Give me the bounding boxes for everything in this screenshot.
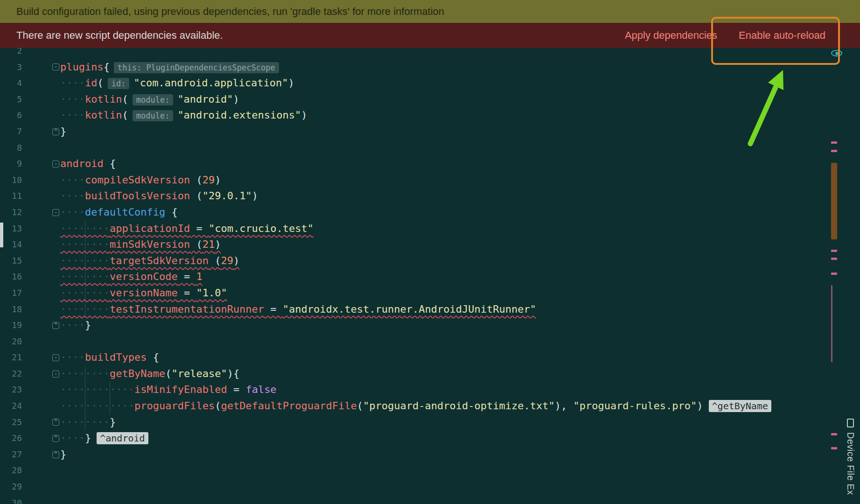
code-line[interactable]: 10····compileSdkVersion (29) (0, 172, 860, 189)
line-number[interactable]: 7 (0, 124, 22, 140)
enable-auto-reload-link[interactable]: Enable auto-reload (739, 29, 825, 42)
line-number[interactable]: 4 (0, 75, 22, 91)
code-text[interactable]: ········} (60, 414, 860, 431)
line-number[interactable]: 30 (0, 495, 22, 504)
code-line[interactable]: 29 (0, 479, 860, 495)
code-line[interactable]: 22-········getByName("release"){ (0, 366, 860, 382)
code-line[interactable]: 2 (0, 48, 860, 59)
stripe-mark-pink[interactable] (831, 141, 837, 144)
code-line[interactable]: 26^····}^android (0, 430, 860, 447)
code-line[interactable]: 12-····defaultConfig { (0, 204, 860, 221)
code-text[interactable]: ········versionCode = 1 (60, 269, 860, 285)
code-line[interactable]: 19^····} (0, 317, 860, 334)
code-line[interactable]: 21-····buildTypes { (0, 350, 860, 366)
code-text[interactable]: ········applicationId = "com.crucio.test… (60, 221, 860, 237)
line-number[interactable]: 23 (0, 382, 22, 398)
line-number[interactable]: 6 (0, 107, 22, 124)
stripe-mark-pink[interactable] (831, 250, 837, 252)
code-text[interactable]: ········testInstrumentationRunner = "and… (60, 301, 860, 318)
code-text[interactable]: ········minSdkVersion (21) (60, 237, 860, 253)
code-text[interactable] (60, 479, 860, 495)
line-number[interactable]: 28 (0, 462, 22, 479)
code-text[interactable]: ············isMinifyEnabled = false (60, 382, 860, 398)
code-line[interactable]: 28 (0, 462, 860, 479)
code-text[interactable]: } (60, 447, 860, 463)
line-number[interactable]: 20 (0, 334, 22, 350)
line-number[interactable]: 24 (0, 398, 22, 414)
code-text[interactable] (60, 48, 860, 59)
line-number[interactable]: 13 (0, 221, 22, 237)
code-text[interactable]: ····defaultConfig { (60, 204, 860, 221)
line-number[interactable]: 19 (0, 317, 22, 334)
line-number[interactable]: 9 (0, 156, 22, 172)
stripe-mark-orange[interactable] (831, 163, 837, 239)
code-text[interactable]: } (60, 124, 860, 140)
fold-collapse-icon[interactable]: - (52, 371, 59, 378)
code-line[interactable]: 24············proguardFiles(getDefaultPr… (0, 398, 860, 414)
code-line[interactable]: 15········targetSdkVersion (29) (0, 253, 860, 269)
fold-collapse-icon[interactable]: - (52, 354, 59, 361)
code-text[interactable]: ····} (60, 317, 860, 334)
code-line[interactable]: 7^} (0, 124, 860, 140)
code-text[interactable] (60, 140, 860, 156)
line-number[interactable]: 21 (0, 350, 22, 366)
fold-collapse-icon[interactable]: - (52, 63, 59, 70)
line-number[interactable]: 16 (0, 269, 22, 285)
line-number[interactable]: 22 (0, 366, 22, 382)
line-number[interactable]: 11 (0, 188, 22, 204)
line-number[interactable]: 15 (0, 253, 22, 269)
line-number[interactable]: 14 (0, 237, 22, 253)
stripe-mark-pink[interactable] (831, 258, 837, 260)
fold-collapse-icon[interactable]: - (52, 209, 59, 216)
code-line[interactable]: 30 (0, 495, 860, 504)
code-text[interactable]: ····buildTypes { (60, 350, 860, 366)
code-line[interactable]: 5····kotlin(module:"android") (0, 91, 860, 108)
code-text[interactable] (60, 495, 860, 504)
line-number[interactable]: 5 (0, 91, 22, 108)
code-line[interactable]: 4····id(id:"com.android.application") (0, 75, 860, 91)
code-text[interactable]: ········targetSdkVersion (29) (60, 253, 860, 269)
code-line[interactable]: 3-plugins{this: PluginDependenciesSpecSc… (0, 59, 860, 76)
fold-end-icon[interactable]: ^ (52, 435, 59, 442)
line-number[interactable]: 17 (0, 285, 22, 301)
code-line[interactable]: 11····buildToolsVersion ("29.0.1") (0, 188, 860, 204)
line-number[interactable]: 26 (0, 430, 22, 447)
line-number[interactable]: 10 (0, 172, 22, 189)
code-text[interactable]: ····}^android (60, 430, 860, 447)
tool-window-button-device-file-explorer[interactable]: Device File Ex (842, 419, 859, 495)
code-text[interactable]: ········getByName("release"){ (60, 366, 860, 382)
code-line[interactable]: 17········versionName = "1.0" (0, 285, 860, 301)
fold-end-icon[interactable]: ^ (52, 322, 59, 329)
code-text[interactable]: plugins{this: PluginDependenciesSpecScop… (60, 59, 860, 76)
line-number[interactable]: 29 (0, 479, 22, 495)
stripe-mark-pink[interactable] (831, 447, 837, 449)
code-text[interactable]: ····kotlin(module:"android.extensions") (60, 107, 860, 124)
line-number[interactable]: 18 (0, 301, 22, 318)
code-line[interactable]: 18········testInstrumentationRunner = "a… (0, 301, 860, 318)
code-text[interactable]: ········versionName = "1.0" (60, 285, 860, 301)
code-line[interactable]: 9-android { (0, 156, 860, 172)
code-text[interactable]: ············proguardFiles(getDefaultProg… (60, 398, 860, 414)
line-number[interactable]: 25 (0, 414, 22, 431)
fold-end-icon[interactable]: ^ (52, 419, 59, 426)
code-text[interactable] (60, 334, 860, 350)
line-number[interactable]: 3 (0, 59, 22, 76)
apply-dependencies-link[interactable]: Apply dependencies (625, 29, 717, 42)
line-number[interactable]: 2 (0, 48, 22, 59)
error-stripe[interactable] (831, 0, 837, 504)
stripe-mark-pink[interactable] (831, 433, 837, 435)
code-text[interactable]: ····compileSdkVersion (29) (60, 172, 860, 189)
code-text[interactable]: ····id(id:"com.android.application") (60, 75, 860, 91)
line-number[interactable]: 8 (0, 140, 22, 156)
line-number[interactable]: 27 (0, 447, 22, 463)
code-text[interactable] (60, 462, 860, 479)
code-line[interactable]: 8 (0, 140, 860, 156)
code-line[interactable]: 20 (0, 334, 860, 350)
fold-end-icon[interactable]: ^ (52, 128, 59, 135)
stripe-mark-pink[interactable] (831, 273, 837, 275)
fold-end-icon[interactable]: ^ (52, 451, 59, 458)
code-line[interactable]: 27^} (0, 447, 860, 463)
code-line[interactable]: 6····kotlin(module:"android.extensions") (0, 107, 860, 124)
fold-collapse-icon[interactable]: - (52, 161, 59, 168)
stripe-mark-pink[interactable] (831, 150, 837, 152)
